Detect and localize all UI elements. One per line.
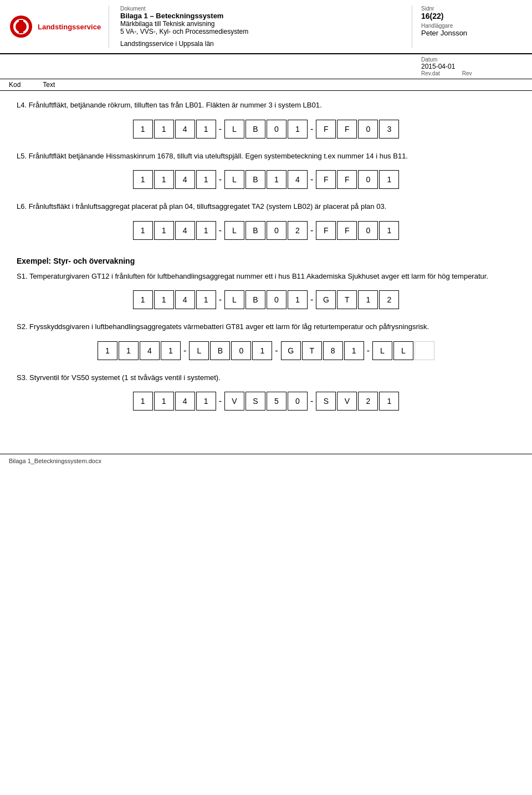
code-cell: 1 (288, 120, 308, 139)
code-cell: 4 (140, 341, 160, 360)
rev-label: Rev (462, 70, 472, 76)
s3-heading: S3. Styrventil för VS50 systemet (1 st t… (17, 372, 515, 383)
code-cell: 1 (344, 341, 364, 360)
code-cell: - (415, 341, 434, 360)
footer: Bilaga 1_Beteckningssystem.docx (0, 454, 532, 468)
code-cell: 1 (133, 170, 153, 189)
code-cell: L (393, 341, 413, 360)
code-cell: 0 (267, 290, 287, 309)
handl-value: Peter Jonsson (421, 29, 523, 37)
kod-text-row: Kod Text (0, 79, 532, 91)
code-dash: - (275, 346, 278, 356)
code-cell: L (224, 290, 244, 309)
code-cell: 1 (133, 290, 153, 309)
code-cell: 2 (379, 290, 399, 309)
date-value: 2015-04-01 (421, 63, 523, 70)
svg-rect-4 (19, 30, 23, 33)
doc-label: Dokument (120, 6, 401, 12)
code-cell: 1 (161, 341, 181, 360)
header: Landstingsservice Dokument Bilaga 1 – Be… (0, 0, 532, 54)
code-cell: 3 (379, 120, 399, 139)
code-cell: B (245, 221, 265, 240)
code-cell: V (337, 392, 357, 411)
example-title: Exempel: Styr- och övervakning (17, 257, 515, 265)
code-dash: - (310, 124, 313, 134)
code-dash: - (219, 295, 222, 305)
code-cell: 1 (196, 290, 216, 309)
section-s1: S1. Temperaturgivaren GT12 i frånluften … (17, 271, 515, 310)
code-cell: F (337, 120, 357, 139)
date-row: Datum 2015-04-01 Rev.dat Rev (0, 54, 532, 79)
code-cell: 4 (175, 290, 195, 309)
kod-label: Kod (9, 81, 21, 89)
code-cell: 1 (98, 341, 117, 360)
code-cell: F (337, 170, 357, 189)
revdat-label: Rev.dat (421, 70, 440, 76)
s1-code-row: 1 1 4 1 - L B 0 1 - G T 1 2 (132, 290, 400, 309)
section-l4: L4. Frånluftfläkt, betjänande rökrum, ti… (17, 100, 515, 139)
header-right: Sidnr 16(22) Handläggare Peter Jonsson (412, 6, 523, 48)
section-l6: L6. Frånluftsfläkt i frånluftsaggregat p… (17, 201, 515, 240)
code-cell: 1 (133, 392, 153, 411)
header-doc: Dokument Bilaga 1 – Beteckningssystem Mä… (109, 6, 412, 48)
code-cell: 1 (154, 392, 174, 411)
svg-rect-3 (19, 20, 23, 23)
sidnr-label: Sidnr (421, 6, 523, 12)
code-cell: 0 (358, 221, 378, 240)
code-dash: - (310, 396, 313, 406)
section-example-title: Exempel: Styr- och övervakning (17, 257, 515, 265)
code-cell: 1 (379, 170, 399, 189)
code-dash: - (310, 225, 313, 235)
code-cell: 1 (379, 221, 399, 240)
l6-heading: L6. Frånluftsfläkt i frånluftsaggregat p… (17, 201, 515, 212)
l5-heading: L5. Frånluftfläkt betjänande Hissmaskinr… (17, 151, 515, 162)
code-cell: F (337, 221, 357, 240)
section-l5: L5. Frånluftfläkt betjänande Hissmaskinr… (17, 151, 515, 189)
code-cell: L (372, 341, 392, 360)
code-cell: 1 (379, 392, 399, 411)
sidnr-value: 16(22) (421, 12, 523, 20)
s2-heading: S2. Frysskyddsgivaren i luftbehandlingsa… (17, 321, 515, 332)
logo-box: Landstingsservice (9, 14, 101, 39)
code-cell: 1 (196, 221, 216, 240)
code-cell: 1 (133, 221, 153, 240)
l5-code-row: 1 1 4 1 - L B 1 4 - F F 0 1 (132, 170, 400, 189)
code-cell: G (281, 341, 301, 360)
logo-text: Landstingsservice (38, 23, 101, 31)
code-cell: 5 (267, 392, 287, 411)
date-block: Datum 2015-04-01 Rev.dat Rev (412, 57, 523, 76)
code-cell: F (316, 120, 336, 139)
code-cell: 1 (358, 290, 378, 309)
code-cell: 1 (196, 120, 216, 139)
code-cell: 1 (288, 290, 308, 309)
code-cell: 1 (196, 170, 216, 189)
code-cell: 0 (231, 341, 251, 360)
code-cell: F (316, 170, 336, 189)
code-dash: - (219, 124, 222, 134)
code-cell: 1 (267, 170, 287, 189)
code-cell: 1 (119, 341, 139, 360)
code-cell: 0 (358, 170, 378, 189)
date-label: Datum (421, 57, 523, 63)
code-cell: 4 (175, 170, 195, 189)
code-cell: 4 (175, 221, 195, 240)
section-s2: S2. Frysskyddsgivaren i luftbehandlingsa… (17, 321, 515, 360)
code-cell: V (224, 392, 244, 411)
code-cell: 1 (154, 120, 174, 139)
code-dash: - (219, 396, 222, 406)
l4-code-row: 1 1 4 1 - L B 0 1 - F F 0 3 (132, 120, 400, 139)
text-label: Text (43, 81, 55, 89)
code-cell: 4 (175, 392, 195, 411)
code-dash: - (310, 175, 313, 184)
code-dash: - (310, 295, 313, 305)
code-cell: 1 (154, 290, 174, 309)
logo-icon (9, 14, 33, 39)
code-dash: - (367, 346, 370, 356)
code-cell: 1 (154, 221, 174, 240)
code-cell: L (224, 170, 244, 189)
revdat-row: Rev.dat Rev (421, 70, 523, 76)
code-cell: T (337, 290, 357, 309)
code-cell: 1 (133, 120, 153, 139)
s2-code-row: 1 1 4 1 - L B 0 1 - G T 8 1 - L L - (97, 341, 435, 360)
l6-code-row: 1 1 4 1 - L B 0 2 - F F 0 1 (132, 221, 400, 240)
